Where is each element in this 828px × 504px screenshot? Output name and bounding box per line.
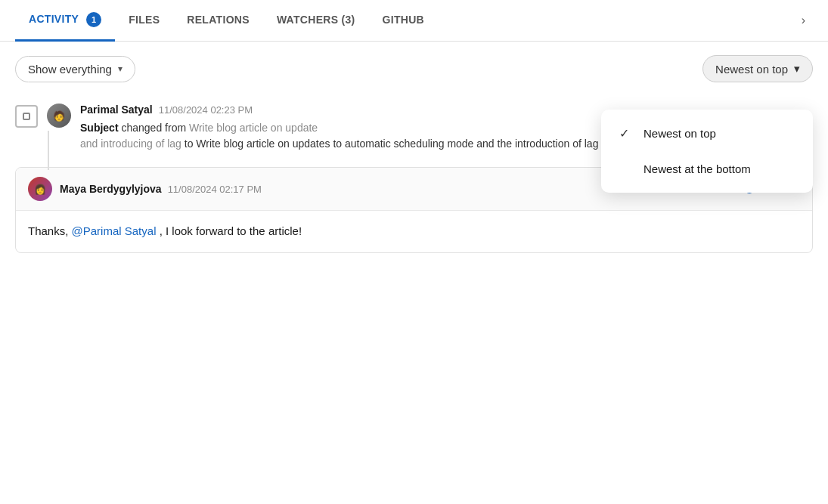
avatar-maya: 👩: [28, 177, 52, 201]
tab-bar: ACTIVITY 1 FILES RELATIONS WATCHERS (3) …: [0, 0, 828, 42]
tab-watchers-label: WATCHERS (3): [277, 14, 355, 26]
tab-activity-badge: 1: [86, 12, 101, 27]
sort-dropdown-button[interactable]: Newest on top ▾: [702, 55, 813, 82]
filter-chevron-icon: ▾: [118, 63, 122, 74]
sort-label: Newest on top: [715, 63, 788, 76]
comment-body: Thanks, @Parimal Satyal , I look forward…: [16, 211, 812, 252]
activity-entry-icon: [15, 105, 38, 128]
activity-to-word: to: [185, 138, 197, 150]
activity-entry-time: 11/08/2024 02:23 PM: [159, 104, 253, 116]
comment-user-name: Maya Berdygylyjova: [60, 183, 162, 195]
checkmark-icon: ✓: [619, 126, 634, 141]
comment-body-prefix: Thanks,: [28, 224, 68, 237]
avatar-face: 🧑: [53, 110, 65, 122]
sort-option-newest-bottom-label: Newest at the bottom: [643, 162, 751, 175]
activity-old-value-suffix: and introducing of lag: [80, 138, 181, 150]
activity-field: Subject: [80, 122, 119, 134]
tab-files-label: FILES: [129, 14, 160, 26]
tab-watchers[interactable]: WATCHERS (3): [263, 2, 369, 40]
tab-github[interactable]: GITHUB: [369, 2, 438, 40]
avatar-parimal: 🧑: [47, 104, 71, 128]
comment-time: 11/08/2024 02:17 PM: [168, 184, 262, 195]
filter-label: Show everything: [28, 63, 112, 76]
tab-activity[interactable]: ACTIVITY 1: [15, 0, 115, 42]
activity-old-value: Write blog article on update: [189, 122, 318, 134]
activity-user-name: Parimal Satyal: [80, 104, 153, 116]
tab-files[interactable]: FILES: [115, 2, 173, 40]
comment-body-suffix: , I look forward to the article!: [160, 224, 302, 237]
tab-github-label: GITHUB: [383, 14, 424, 26]
sort-chevron-icon: ▾: [794, 62, 800, 76]
tab-relations[interactable]: RELATIONS: [173, 2, 263, 40]
tab-activity-label: ACTIVITY: [29, 13, 79, 25]
activity-icon-inner: [23, 113, 30, 120]
controls-bar: Show everything ▾ Newest on top ▾: [0, 42, 828, 94]
sort-option-newest-bottom[interactable]: ✓ Newest at the bottom: [601, 151, 813, 187]
activity-new-value: Write blog article on updates to automat…: [196, 138, 598, 150]
comment-mention[interactable]: @Parimal Satyal: [72, 224, 157, 237]
activity-action: changed from: [121, 122, 189, 134]
tabs-more-button[interactable]: ›: [794, 2, 813, 39]
sort-dropdown-menu: ✓ Newest on top ✓ Newest at the bottom: [601, 110, 813, 193]
vertical-line: [48, 131, 49, 170]
sort-option-newest-top-label: Newest on top: [643, 127, 716, 140]
sort-option-newest-top[interactable]: ✓ Newest on top: [601, 116, 813, 151]
filter-dropdown-button[interactable]: Show everything ▾: [15, 56, 135, 82]
avatar-mb-face: 👩: [34, 184, 46, 195]
tab-relations-label: RELATIONS: [187, 14, 250, 26]
